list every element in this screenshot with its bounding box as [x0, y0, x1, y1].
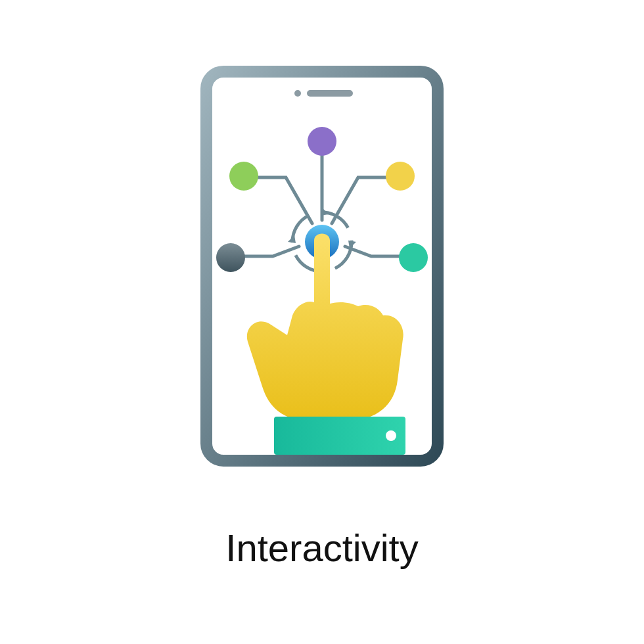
node-lower-left-icon	[216, 243, 245, 272]
phone-camera-dot	[294, 90, 301, 97]
caption-label: Interactivity	[225, 526, 418, 570]
node-upper-right-icon	[386, 162, 415, 191]
cuff-button-icon	[386, 430, 396, 441]
phone-speaker	[307, 90, 353, 97]
phone-interactivity-svg	[200, 66, 444, 467]
node-top-icon	[308, 127, 336, 156]
sleeve-cuff-icon	[274, 417, 405, 455]
node-lower-right-icon	[399, 243, 428, 272]
illustration-stage: Interactivity	[0, 0, 644, 644]
node-upper-left-icon	[229, 162, 258, 191]
interactivity-touch-icon	[200, 66, 444, 469]
